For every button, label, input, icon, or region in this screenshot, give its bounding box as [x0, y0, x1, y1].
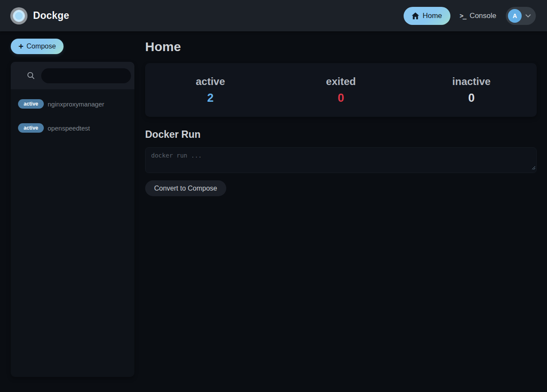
page-title: Home: [145, 40, 537, 54]
navbar: Dockge Home >_ Console A: [0, 0, 547, 31]
console-button-label: Console: [470, 12, 496, 20]
stat-label: exited: [276, 76, 406, 88]
compose-button-label: Compose: [27, 43, 56, 50]
status-badge: active: [18, 99, 44, 109]
sidebar: + Compose active nginxproxymanager: [0, 31, 134, 392]
docker-run-input[interactable]: [145, 147, 537, 173]
compose-button[interactable]: + Compose: [11, 39, 64, 54]
stat-value: 2: [145, 91, 276, 105]
avatar: A: [508, 9, 522, 23]
navbar-right-group: Home >_ Console A: [404, 7, 536, 25]
dockge-logo-icon: [10, 7, 27, 24]
stat-value: 0: [276, 91, 406, 105]
stack-list-panel: active nginxproxymanager active openspee…: [11, 62, 134, 377]
stack-item-openspeedtest[interactable]: active openspeedtest: [11, 119, 134, 137]
stack-name: openspeedtest: [48, 125, 90, 132]
stats-card: active 2 exited 0 inactive 0: [145, 63, 537, 117]
search-icon: [27, 72, 35, 79]
stack-name: nginxproxymanager: [48, 100, 104, 108]
search-bar: [11, 62, 134, 89]
convert-to-compose-button[interactable]: Convert to Compose: [145, 180, 226, 196]
console-button[interactable]: >_ Console: [460, 12, 496, 20]
docker-run-wrap: [145, 147, 537, 173]
plus-icon: +: [18, 42, 24, 51]
user-menu-button[interactable]: A: [506, 7, 536, 25]
home-button-label: Home: [422, 12, 442, 20]
stat-active: active 2: [145, 76, 276, 105]
stat-exited: exited 0: [276, 76, 406, 105]
stat-label: inactive: [406, 76, 537, 88]
content-area: + Compose active nginxproxymanager: [0, 31, 547, 392]
terminal-icon: >_: [460, 12, 466, 20]
search-input[interactable]: [41, 68, 131, 83]
stack-item-nginxproxymanager[interactable]: active nginxproxymanager: [11, 95, 134, 112]
docker-run-title: Docker Run: [145, 129, 537, 140]
main-content: Home active 2 exited 0 inactive 0 Docker…: [134, 31, 547, 392]
dockge-logo-swirl: [13, 10, 25, 22]
chevron-down-icon: [526, 14, 531, 18]
home-button[interactable]: Home: [404, 7, 450, 25]
brand-title: Dockge: [33, 10, 69, 21]
status-badge: active: [18, 123, 44, 133]
stat-value: 0: [406, 91, 537, 105]
stack-list: active nginxproxymanager active openspee…: [11, 89, 134, 149]
stat-inactive: inactive 0: [406, 76, 537, 105]
stat-label: active: [145, 76, 276, 88]
home-icon: [412, 12, 419, 19]
